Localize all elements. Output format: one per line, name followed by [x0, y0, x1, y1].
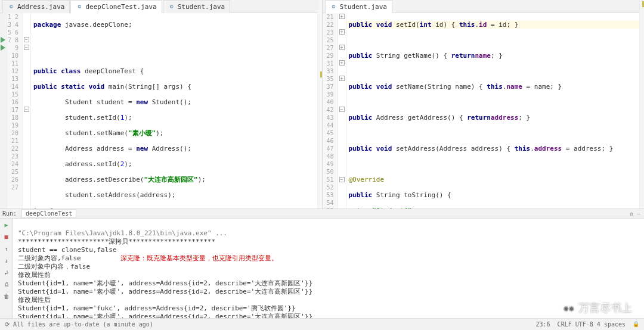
rerun-icon[interactable]: ▶ [2, 220, 11, 229]
wechat-icon: ◉◉ [562, 302, 576, 314]
console-line: 修改属性后 [18, 296, 51, 304]
fold-marker[interactable]: + [339, 60, 345, 66]
java-file-icon: © [168, 3, 175, 10]
console-line: Student{id=1, name='fukc', address=Addre… [18, 304, 296, 312]
watermark: ◉◉ 万言尽书上 [562, 301, 632, 315]
left-minimap[interactable] [317, 0, 322, 208]
console-line: 二级对象内容,false [18, 254, 81, 262]
status-bar: ⟳ All files are up-to-date (a minute ago… [0, 318, 644, 330]
run-main-icon[interactable] [1, 45, 5, 51]
run-body: ▶ ■ ↑ ↓ ↲ ⎙ 🗑 "C:\Program Files\Java\jdk… [0, 219, 644, 330]
status-right: 23:6 CRLF UTF-8 4 spaces 🔒 [536, 321, 639, 328]
down-icon[interactable]: ↓ [2, 256, 11, 265]
tab-student[interactable]: ©Student.java [163, 0, 230, 13]
console-line: 修改属性前 [18, 271, 51, 279]
fold-marker[interactable]: + [339, 29, 345, 35]
run-class-icon[interactable] [1, 37, 5, 43]
console-line: Student{id=1, name='素小暖', address=Addres… [18, 279, 312, 287]
status-left: ⟳ All files are up-to-date (a minute ago… [5, 321, 153, 328]
right-minimap[interactable] [639, 0, 644, 208]
java-file-icon: © [330, 3, 338, 10]
run-toolbar: ▶ ■ ↑ ↓ ↲ ⎙ 🗑 [0, 219, 13, 330]
fold-gutter: + + + + + − − [338, 13, 346, 208]
fold-marker[interactable]: − [24, 107, 29, 112]
java-file-icon: © [76, 3, 83, 10]
console-line: student == cloneStu,false [18, 246, 117, 254]
editor-split: ©Address.java ©deepCloneTest.java ©Stude… [0, 0, 644, 208]
fold-marker[interactable]: + [339, 14, 345, 19]
console-line: ***********************深拷贝**************… [18, 238, 215, 245]
right-code-area[interactable]: public void setId(int id) { this.id = id… [346, 13, 645, 208]
fold-marker[interactable]: + [339, 76, 345, 81]
java-file-icon: © [8, 3, 15, 10]
encoding-indicator[interactable]: CRLF UTF-8 4 spaces [558, 321, 626, 328]
print-icon[interactable]: ⎙ [2, 279, 11, 289]
wrap-icon[interactable]: ↲ [2, 267, 11, 277]
console-line: 二级对象中内容，false [18, 263, 90, 270]
sync-icon: ⟳ [5, 321, 13, 328]
fold-marker[interactable]: − [339, 177, 345, 182]
gear-icon[interactable]: ✿ — [630, 210, 640, 217]
trash-icon[interactable]: 🗑 [2, 291, 11, 301]
caret-position[interactable]: 23:6 [536, 321, 550, 328]
stop-icon[interactable]: ■ [2, 232, 11, 241]
tab-label: Student.java [178, 3, 225, 11]
fold-gutter: − − − [23, 13, 31, 208]
up-icon[interactable]: ↑ [2, 244, 11, 253]
left-editor-pane: ©Address.java ©deepCloneTest.java ©Stude… [0, 0, 323, 208]
right-editor-body[interactable]: 21 22 23 25 27 29 31 33 35 37 39 40 42 4… [323, 13, 645, 208]
run-panel: Run: deepCloneTest ✿ — ▶ ■ ↑ ↓ ↲ ⎙ 🗑 "C:… [0, 208, 644, 305]
tab-label: Student.java [340, 3, 387, 11]
run-config-tab[interactable]: deepCloneTest [21, 209, 76, 218]
tab-label: Address.java [17, 3, 64, 11]
line-number-gutter: 1 2 3 4 5 6 7 8 9 10 11 12 13 14 15 16 1… [7, 13, 23, 208]
tab-deepclonetest[interactable]: ©deepCloneTest.java [70, 0, 162, 13]
console-annotation: 深克隆：既克隆基本类型变量，也克隆引用类型变量。 [120, 254, 278, 262]
watermark-text: 万言尽书上 [578, 301, 632, 315]
left-editor-body[interactable]: 1 2 3 4 5 6 7 8 9 10 11 12 13 14 15 16 1… [0, 13, 322, 208]
fold-marker[interactable]: − [339, 107, 345, 112]
console-output[interactable]: "C:\Program Files\Java\jdk1.8.0_221\bin\… [13, 219, 644, 330]
run-gutter [0, 13, 7, 208]
run-header: Run: deepCloneTest ✿ — [0, 209, 644, 219]
right-editor-pane: ©Student.java 21 22 23 25 27 29 31 33 35… [323, 0, 645, 208]
right-tab-bar: ©Student.java [323, 0, 645, 13]
line-number-gutter: 21 22 23 25 27 29 31 33 35 37 39 40 42 4… [323, 13, 338, 208]
console-cmd: "C:\Program Files\Java\jdk1.8.0_221\bin\… [18, 229, 227, 237]
tab-label: deepCloneTest.java [85, 3, 156, 11]
lock-icon[interactable]: 🔒 [633, 321, 639, 328]
tab-address[interactable]: ©Address.java [2, 0, 70, 13]
fold-marker[interactable]: + [339, 45, 345, 50]
left-tab-bar: ©Address.java ©deepCloneTest.java ©Stude… [0, 0, 322, 13]
fold-marker[interactable]: − [24, 45, 29, 50]
left-code-area[interactable]: package javase.deepClone; public class d… [31, 13, 322, 208]
run-label: Run: [2, 210, 17, 217]
console-line: Student{id=1, name='素小暖', address=Addres… [18, 288, 312, 295]
tab-student-right[interactable]: ©Student.java [325, 0, 392, 13]
fold-marker[interactable]: − [24, 37, 29, 42]
